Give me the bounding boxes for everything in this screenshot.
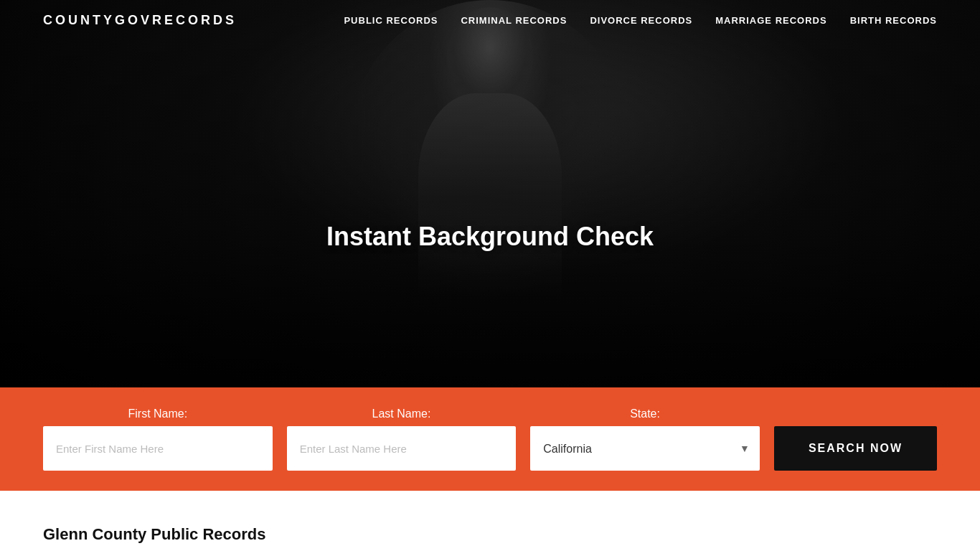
- hero-overlay: [0, 0, 980, 387]
- hero-section: Instant Background Check: [0, 0, 980, 387]
- last-name-field: Last Name:: [287, 408, 517, 471]
- nav-public-records[interactable]: PUBLIC RECORDS: [344, 15, 438, 26]
- content-heading: Glenn County Public Records: [43, 525, 937, 544]
- search-bar: First Name: Last Name: State: AlabamaAla…: [0, 387, 980, 491]
- last-name-label: Last Name:: [287, 408, 517, 420]
- first-name-field: First Name:: [43, 408, 273, 471]
- site-logo[interactable]: COUNTYGOVRECORDS: [43, 13, 237, 28]
- site-header: COUNTYGOVRECORDS PUBLIC RECORDS CRIMINAL…: [0, 0, 980, 41]
- state-select[interactable]: AlabamaAlaskaArizonaArkansasCaliforniaCo…: [530, 426, 760, 471]
- content-section: Glenn County Public Records There are ma…: [0, 491, 980, 551]
- main-nav: PUBLIC RECORDS CRIMINAL RECORDS DIVORCE …: [344, 15, 937, 26]
- nav-criminal-records[interactable]: CRIMINAL RECORDS: [461, 15, 567, 26]
- first-name-label: First Name:: [43, 408, 273, 420]
- search-now-button[interactable]: SEARCH NOW: [774, 426, 937, 471]
- last-name-input[interactable]: [287, 426, 517, 471]
- nav-birth-records[interactable]: BIRTH RECORDS: [850, 15, 937, 26]
- first-name-input[interactable]: [43, 426, 273, 471]
- state-select-wrapper: AlabamaAlaskaArizonaArkansasCaliforniaCo…: [530, 426, 760, 471]
- nav-marriage-records[interactable]: MARRIAGE RECORDS: [715, 15, 826, 26]
- state-label: State:: [530, 408, 760, 420]
- state-field: State: AlabamaAlaskaArizonaArkansasCalif…: [530, 408, 760, 471]
- nav-divorce-records[interactable]: DIVORCE RECORDS: [590, 15, 692, 26]
- hero-title: Instant Background Check: [326, 222, 654, 252]
